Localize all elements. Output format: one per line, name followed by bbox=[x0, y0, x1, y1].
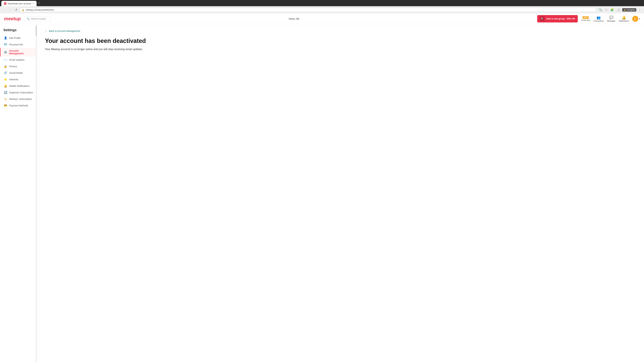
sidebar-item-label: Mobile Notifications bbox=[9, 85, 30, 87]
messages-action[interactable]: 💬 Messages bbox=[607, 15, 616, 22]
url-input[interactable] bbox=[26, 8, 594, 11]
mobile-notifications-icon: 🔔 bbox=[4, 84, 7, 87]
promo-search-icon: 🔍 bbox=[540, 16, 544, 21]
app-header: meetup 🔍 Search events Dover, DE 🔍 Start… bbox=[0, 13, 644, 24]
connections-label: Connections bbox=[594, 20, 604, 22]
sidebar-item-label: Privacy bbox=[9, 65, 17, 68]
email-updates-icon: ✉️ bbox=[4, 58, 7, 61]
organizer-subscription-icon: 🔄 bbox=[4, 91, 7, 94]
scrollbar-thumb[interactable] bbox=[36, 26, 37, 36]
back-button[interactable]: ← bbox=[2, 8, 7, 12]
sidebar-item-account-management[interactable]: ⚙️ Account Management bbox=[0, 48, 37, 56]
sidebar-item-label: Payment Methods bbox=[9, 104, 28, 107]
page-heading: Your account has been deactivated bbox=[45, 37, 636, 44]
sidebar-item-interests[interactable]: ⭐ Interests bbox=[0, 76, 37, 83]
sidebar-item-label: Social Media bbox=[9, 71, 23, 74]
more-button[interactable]: ⋮ bbox=[637, 7, 642, 12]
browser-search-button[interactable]: 🔍 bbox=[598, 7, 603, 12]
account-management-icon: ⚙️ bbox=[4, 51, 7, 54]
search-placeholder: Search events bbox=[31, 17, 46, 20]
sidebar-item-email-updates[interactable]: ✉️ Email Updates bbox=[0, 56, 37, 63]
sidebar-nav: 👤 Edit Profile 🪪 Personal Info ⚙️ Accoun… bbox=[0, 35, 37, 109]
sidebar-item-label: Email Updates bbox=[9, 58, 24, 61]
privacy-icon: 🔒 bbox=[4, 65, 7, 68]
back-link[interactable]: ← Back to Account Management bbox=[45, 29, 636, 32]
page-description: Your Meetup account is no longer active … bbox=[45, 47, 636, 51]
sidebar-item-social-media[interactable]: 🔗 Social Media bbox=[0, 69, 37, 76]
user-menu[interactable]: L ▾ bbox=[632, 16, 640, 22]
sidebar-item-payment-methods[interactable]: 💳 Payment Methods bbox=[0, 102, 37, 109]
edit-profile-icon: 👤 bbox=[4, 36, 7, 39]
sidebar-item-organizer-subscription[interactable]: 🔄 Organizer Subscription bbox=[0, 89, 37, 96]
browser-chrome: M Deactivate your account × + ← → ↺ 🔒 🔍 … bbox=[0, 0, 644, 13]
search-bar[interactable]: 🔍 Search events bbox=[24, 16, 51, 21]
address-bar[interactable]: 🔒 bbox=[20, 8, 596, 12]
sidebar-item-meetup-plus[interactable]: 🏷️ Meetup+ Subscription bbox=[0, 96, 37, 102]
sidebar-item-label: Organizer Subscription bbox=[9, 91, 33, 94]
refresh-button[interactable]: ↺ bbox=[14, 7, 18, 12]
content-area: ← Back to Account Management Your accoun… bbox=[37, 24, 644, 362]
bookmark-button[interactable]: ☆ bbox=[604, 7, 608, 12]
messages-icon: 💬 bbox=[609, 15, 614, 19]
payment-methods-icon: 💳 bbox=[4, 104, 7, 107]
active-tab[interactable]: M Deactivate your account × bbox=[1, 1, 36, 6]
incognito-label: Incognito bbox=[627, 9, 635, 11]
tabs-bar: M Deactivate your account × + bbox=[0, 0, 644, 6]
sidebar: Settings 👤 Edit Profile 🪪 Personal Info … bbox=[0, 24, 37, 362]
incognito-icon: 🕵️ bbox=[624, 9, 626, 11]
user-avatar[interactable]: L bbox=[632, 16, 638, 22]
pro-action[interactable]: PRO Try for free bbox=[581, 16, 590, 21]
connections-action[interactable]: 👥 Connections bbox=[594, 15, 604, 22]
sidebar-item-privacy[interactable]: 🔒 Privacy bbox=[0, 63, 37, 69]
promo-text: Start a new group - 30% off! bbox=[546, 17, 575, 20]
toolbar-icons: 🔍 ☆ 🧩 ⬜ 🕵️ Incognito ⋮ bbox=[598, 7, 642, 12]
notifications-label: Notifications bbox=[619, 20, 629, 22]
notifications-action[interactable]: 🔔 Notifications bbox=[619, 15, 629, 22]
sidebar-item-mobile-notifications[interactable]: 🔔 Mobile Notifications bbox=[0, 83, 37, 89]
sidebar-item-label: Account Management bbox=[9, 49, 33, 55]
incognito-badge[interactable]: 🕵️ Incognito bbox=[622, 8, 636, 11]
sidebar-item-label: Meetup+ Subscription bbox=[9, 98, 32, 100]
browser-toolbar: ← → ↺ 🔒 🔍 ☆ 🧩 ⬜ 🕵️ Incognito ⋮ bbox=[0, 6, 644, 13]
back-arrow-icon: ← bbox=[45, 29, 48, 32]
sidebar-title: Settings bbox=[0, 28, 37, 35]
location-display: Dover, DE bbox=[54, 17, 534, 20]
pro-badge: PRO bbox=[582, 16, 589, 19]
forward-button[interactable]: → bbox=[8, 8, 13, 12]
sidebar-item-edit-profile[interactable]: 👤 Edit Profile bbox=[0, 35, 37, 41]
scrollbar-track[interactable] bbox=[36, 24, 37, 362]
notifications-icon: 🔔 bbox=[622, 15, 626, 19]
messages-label: Messages bbox=[607, 20, 616, 22]
header-actions: 👥 Connections 💬 Messages 🔔 Notifications bbox=[594, 15, 629, 22]
meetup-plus-icon: 🏷️ bbox=[4, 97, 7, 100]
sidebar-item-label: Personal Info bbox=[9, 43, 23, 46]
promo-button[interactable]: 🔍 Start a new group - 30% off! bbox=[537, 15, 578, 22]
lock-icon: 🔒 bbox=[22, 9, 24, 11]
profile-button[interactable]: ⬜ bbox=[616, 7, 621, 12]
sidebar-item-personal-info[interactable]: 🪪 Personal Info bbox=[0, 41, 37, 48]
social-media-icon: 🔗 bbox=[4, 71, 7, 74]
new-tab-button[interactable]: + bbox=[36, 0, 42, 6]
app-wrapper: meetup 🔍 Search events Dover, DE 🔍 Start… bbox=[0, 13, 644, 362]
tab-favicon: M bbox=[4, 2, 6, 5]
tab-close-button[interactable]: × bbox=[32, 2, 34, 5]
main-layout: Settings 👤 Edit Profile 🪪 Personal Info … bbox=[0, 24, 644, 362]
pro-label: Try for free bbox=[581, 19, 590, 21]
sidebar-item-label: Interests bbox=[9, 78, 18, 81]
search-icon: 🔍 bbox=[27, 17, 30, 20]
extensions-button[interactable]: 🧩 bbox=[610, 7, 615, 12]
sidebar-item-label: Edit Profile bbox=[9, 37, 21, 39]
interests-icon: ⭐ bbox=[4, 78, 7, 81]
tab-title: Deactivate your account bbox=[8, 2, 31, 5]
logo[interactable]: meetup bbox=[4, 16, 21, 21]
chevron-down-icon: ▾ bbox=[639, 17, 640, 20]
personal-info-icon: 🪪 bbox=[4, 43, 7, 46]
connections-icon: 👥 bbox=[596, 15, 601, 19]
back-link-text: Back to Account Management bbox=[49, 30, 80, 32]
